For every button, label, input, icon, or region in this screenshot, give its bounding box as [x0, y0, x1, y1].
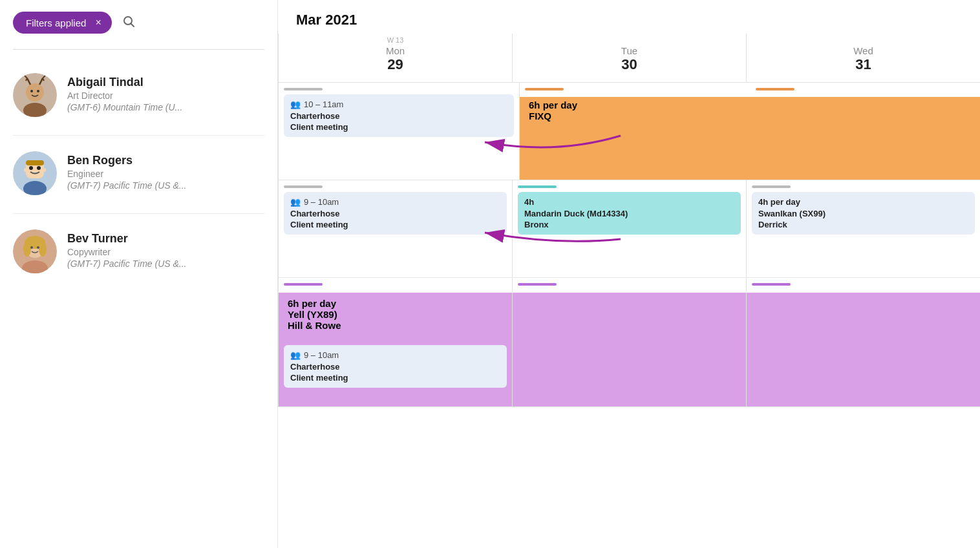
- svg-point-5: [30, 90, 33, 92]
- filters-applied-badge[interactable]: Filters applied ×: [13, 12, 112, 34]
- person-title-ben: Engineer: [67, 169, 187, 179]
- person-tz-ben: (GMT-7) Pacific Time (US &...: [67, 180, 187, 191]
- bar-ben-mon: [284, 185, 323, 188]
- svg-point-17: [37, 166, 41, 170]
- person-row-ben: Ben Rogers Engineer (GMT-7) Pacific Time…: [13, 136, 264, 214]
- col-header-mon: W 13 Mon 29: [278, 34, 512, 82]
- calendar-row-abigail: 👥 10 – 11am Charterhose Client meeting: [278, 83, 980, 180]
- cal-cell-ben-mon[interactable]: 👥 9 – 10am Charterhose Client meeting: [278, 180, 512, 277]
- left-panel: Filters applied ×: [0, 0, 278, 548]
- event-hours-ben-wed: 4h per day: [758, 197, 968, 207]
- calendar-panel: Mar 2021 W 13 Mon 29 Tue 30 Wed 31: [278, 0, 980, 548]
- cal-cell-ben-tue[interactable]: 4h Mandarin Duck (Md14334) Bronx: [512, 180, 746, 277]
- bev-hours: 6h per day: [288, 298, 503, 309]
- event-sub-ben-tue: Bronx: [524, 220, 734, 229]
- event-abigail-orange[interactable]: 6h per day FIXQ: [520, 97, 980, 180]
- event-ben-tue[interactable]: 4h Mandarin Duck (Md14334) Bronx: [518, 192, 741, 235]
- event-title-ben-mon: Charterhose: [290, 209, 500, 218]
- bev-meeting-block[interactable]: 👥 9 – 10am Charterhose Client meeting: [284, 345, 507, 388]
- search-button[interactable]: [120, 12, 138, 34]
- event-ben-wed[interactable]: 4h per day Swanlkan (SX99) Derrick: [752, 192, 975, 235]
- event-sub-bev-mon: Client meeting: [290, 373, 500, 383]
- event-title-abigail-mon: Charterhose: [290, 111, 507, 121]
- cal-cell-abigail-mon[interactable]: 👥 10 – 11am Charterhose Client meeting: [278, 83, 519, 180]
- event-hours-abigail: 6h per day: [529, 100, 971, 111]
- week-label-wed: [747, 36, 980, 44]
- divider: [13, 49, 264, 50]
- person-name-abigail: Abigail Tindal: [67, 76, 182, 89]
- svg-point-25: [23, 241, 31, 257]
- avatar-bev: [13, 229, 57, 273]
- event-abigail-mon[interactable]: 👥 10 – 11am Charterhose Client meeting: [284, 94, 514, 137]
- event-sub-abigail-mon: Client meeting: [290, 122, 507, 132]
- person-row-abigail: Abigail Tindal Art Director (GMT-6) Moun…: [13, 58, 264, 136]
- bar-abigail-mon: [284, 88, 323, 90]
- week-label: W 13: [279, 36, 512, 44]
- event-sub-ben-wed: Derrick: [758, 220, 968, 229]
- event-time-ben-mon: 👥 9 – 10am: [290, 197, 500, 207]
- event-title-abigail-orange: FIXQ: [529, 111, 971, 121]
- cal-cell-ben-wed[interactable]: 4h per day Swanlkan (SX99) Derrick: [746, 180, 980, 277]
- filter-close-icon[interactable]: ×: [95, 17, 101, 28]
- svg-rect-20: [26, 160, 44, 165]
- person-name-bev: Bev Turner: [67, 232, 187, 246]
- svg-line-1: [131, 23, 134, 26]
- svg-point-18: [24, 168, 28, 172]
- people-icon: 👥: [290, 100, 301, 109]
- bev-purple-span-container[interactable]: [278, 278, 980, 292]
- search-icon: [122, 15, 135, 28]
- person-title-bev: Copywriter: [67, 247, 187, 257]
- col-header-tue: Tue 30: [512, 34, 746, 82]
- person-tz-abigail: (GMT-6) Mountain Time (U...: [67, 102, 182, 112]
- person-info-ben: Ben Rogers Engineer (GMT-7) Pacific Time…: [67, 151, 187, 191]
- bev-cell-tue-purple[interactable]: [512, 293, 746, 406]
- event-ben-mon[interactable]: 👥 9 – 10am Charterhose Client meeting: [284, 192, 507, 235]
- person-name-ben: Ben Rogers: [67, 154, 187, 167]
- day-name-mon: Mon: [279, 45, 512, 56]
- calendar-row-bev: 6h per day Yell (YX89) Hill & Rowe 👥 9 –…: [278, 278, 980, 407]
- bev-lower-row: 6h per day Yell (YX89) Hill & Rowe 👥 9 –…: [278, 293, 980, 406]
- day-name-wed: Wed: [747, 45, 980, 56]
- svg-point-6: [37, 90, 39, 92]
- bar-bev-tue: [518, 283, 557, 286]
- event-title-ben-wed: Swanlkan (SX99): [758, 209, 968, 218]
- calendar-row-ben: 👥 9 – 10am Charterhose Client meeting 4h…: [278, 180, 980, 278]
- bar-ben-tue: [518, 185, 557, 188]
- bar-ben-wed: [752, 185, 791, 188]
- event-time-bev-mon: 👥 9 – 10am: [290, 350, 500, 360]
- svg-point-26: [39, 241, 47, 257]
- bar-abigail-wed: [756, 88, 794, 90]
- svg-point-19: [42, 168, 46, 172]
- filter-label: Filters applied: [26, 17, 86, 28]
- people-icon-ben: 👥: [290, 197, 301, 207]
- bev-sub: Hill & Rowe: [288, 320, 503, 331]
- person-title-abigail: Art Director: [67, 90, 182, 101]
- day-num-wed: 31: [747, 56, 980, 73]
- calendar-header: Mar 2021: [278, 0, 980, 28]
- bev-cell-mon-purple[interactable]: 6h per day Yell (YX89) Hill & Rowe 👥 9 –…: [278, 293, 512, 406]
- svg-point-16: [29, 166, 33, 170]
- event-hours-ben-tue: 4h: [524, 197, 734, 207]
- event-time-abigail-mon: 👥 10 – 11am: [290, 100, 507, 109]
- person-row-bev: Bev Turner Copywriter (GMT-7) Pacific Ti…: [13, 214, 264, 291]
- avatar-abigail: [13, 73, 57, 117]
- avatar-ben: [13, 151, 57, 195]
- svg-point-28: [37, 246, 39, 249]
- day-num-tue: 30: [513, 56, 746, 73]
- calendar-title: Mar 2021: [296, 12, 357, 28]
- col-header-wed: Wed 31: [746, 34, 980, 82]
- bev-cell-wed-purple[interactable]: [746, 293, 980, 406]
- bar-bev-wed: [752, 283, 791, 286]
- svg-point-27: [30, 246, 33, 249]
- day-name-tue: Tue: [513, 45, 746, 56]
- person-tz-bev: (GMT-7) Pacific Time (US &...: [67, 258, 187, 269]
- person-info-bev: Bev Turner Copywriter (GMT-7) Pacific Ti…: [67, 229, 187, 269]
- event-title-bev-mon: Charterhose: [290, 362, 500, 372]
- day-num-mon: 29: [279, 56, 512, 73]
- cal-span-abigail-tue-wed[interactable]: 6h per day FIXQ: [519, 83, 980, 180]
- person-info-abigail: Abigail Tindal Art Director (GMT-6) Moun…: [67, 73, 182, 112]
- calendar-column-headers: W 13 Mon 29 Tue 30 Wed 31: [278, 34, 980, 83]
- filter-bar: Filters applied ×: [13, 12, 264, 34]
- bev-span-row: [278, 278, 980, 293]
- bar-bev-mon: [284, 283, 323, 286]
